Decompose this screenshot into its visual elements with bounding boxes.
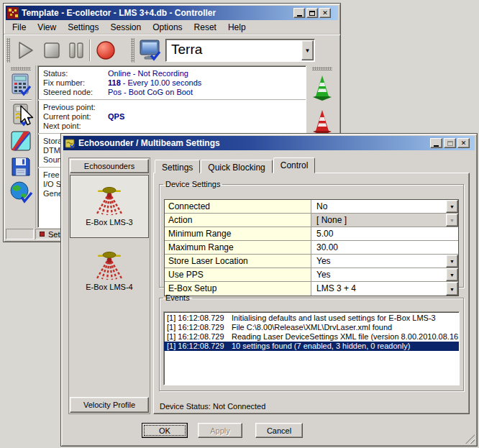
toolbar-drag-handle[interactable] [6,38,10,63]
setting-value-dropdown[interactable]: Yes ▼ [311,255,458,268]
dropdown-arrow-icon[interactable]: ▼ [446,268,458,281]
green-cone-icon [312,74,332,101]
toolbar-drag-handle-2[interactable] [131,38,134,63]
dropdown-arrow-icon[interactable]: ▼ [446,255,458,268]
setting-row-action: Action [ None ] ▼ [165,214,458,227]
event-row[interactable]: [1] 16:12:08.729 Initialising defaults a… [164,314,459,323]
echosounders-header-button[interactable]: Echosounders [70,159,149,173]
statusbar-text: Set [48,230,60,239]
node-combobox-dropdown-icon[interactable]: ▼ [301,40,314,60]
dialog-sidebar: Echosounders E-Box LMS-3 [68,157,150,414]
app-icon [7,7,19,19]
control-tab-panel: Device Settings Connected No ▼ Action [153,173,470,414]
sidebar-item-ebox-lms3[interactable]: E-Box LMS-3 [70,175,149,238]
iconbar-drag-handle[interactable] [11,67,31,70]
echosounder-device-icon [10,104,32,127]
node-button[interactable] [139,39,162,62]
setting-value-input[interactable]: 30.00 [311,241,458,254]
device-settings-group: Device Settings Connected No ▼ Action [159,180,464,288]
node-combobox[interactable]: Terra ▼ [165,39,315,62]
setting-label: Minimum Range [165,227,311,240]
event-row[interactable]: [1] 16:12:08.729 Reading Laser DeviceSet… [164,332,459,342]
fix-settings-button[interactable] [9,73,33,97]
sidebar-item-ebox-lms4[interactable]: E-Box LMS-4 [70,239,149,303]
sidebar-item-label: E-Box LMS-3 [86,218,132,227]
status-row: Steered node:Pos - Boot CoG on Boot [38,88,306,97]
setting-row-minimum-range: Minimum Range 5.00 [165,227,458,241]
pause-button[interactable] [68,40,85,60]
close-icon[interactable]: ✕ [319,8,331,18]
setting-value-input[interactable]: 5.00 [311,227,458,240]
calculator-icon [10,73,32,96]
profile-view-button[interactable] [9,129,33,153]
events-group: Events [1] 16:12:08.729 Initialising def… [159,293,464,391]
toolbar-separator [89,40,91,61]
tab-settings[interactable]: Settings [155,160,200,173]
main-titlebar[interactable]: Template - E-collector - LMS 3+4.db - Co… [6,6,338,20]
pause-icon [68,40,85,60]
event-row[interactable]: [1] 16:12:08.729 File C:\8.00\Release\XM… [164,323,459,332]
start-line-button[interactable] [312,74,332,104]
tab-quick-blocking[interactable]: Quick Blocking [201,160,272,173]
menu-bar: File View Settings Session Options Reset… [4,20,340,35]
resize-grip[interactable] [465,434,475,444]
tab-strip: Settings Quick Blocking Control [153,157,470,173]
menu-settings[interactable]: Settings [62,21,104,34]
menu-help[interactable]: Help [222,21,252,34]
setting-row-maximum-range: Maximum Range 30.00 [165,241,458,255]
setting-value-dropdown[interactable]: Yes ▼ [311,268,458,281]
sidebar-item-label: E-Box LMS-4 [86,283,132,291]
dialog-maximize-icon[interactable] [444,138,456,148]
event-row-selected[interactable]: [1] 16:12:08.729 10 settings found (7 en… [164,342,459,351]
floppy-save-icon [10,156,32,178]
main-window-title: Template - E-collector - LMS 3+4.db - Co… [22,8,291,18]
setting-value-dropdown-disabled: [ None ] ▼ [311,214,458,227]
echosounder-settings-button[interactable] [9,103,33,127]
setting-value-dropdown[interactable]: No ▼ [311,200,458,213]
status-separator [38,99,306,101]
setting-label: Store Laser Location [165,255,311,268]
play-icon [14,40,36,61]
record-button[interactable] [95,40,117,61]
apply-button[interactable]: Apply [198,423,242,438]
setting-label: Action [165,214,311,227]
save-button[interactable] [9,155,33,179]
online-settings-button[interactable] [9,180,33,205]
dialog-titlebar[interactable]: Echosounder / Multibeam Settings ✕ [63,136,475,150]
menu-session[interactable]: Session [105,21,147,34]
menu-reset[interactable]: Reset [188,21,222,34]
device-settings-legend: Device Settings [163,180,222,188]
menu-view[interactable]: View [32,21,62,34]
stop-icon [42,40,62,60]
statusbar-cell [6,229,34,239]
dialog-tab-area: Settings Quick Blocking Control Device S… [153,157,470,414]
events-list[interactable]: [1] 16:12:08.729 Initialising defaults a… [163,311,460,385]
dialog-minimize-icon[interactable] [430,138,442,148]
iconbar-separator [10,99,32,101]
ok-button[interactable]: OK [142,423,188,438]
setting-row-use-pps: Use PPS Yes ▼ [165,268,458,282]
menu-file[interactable]: File [6,21,32,34]
dialog-icon [65,138,76,149]
setting-label: Connected [165,200,311,213]
velocity-profile-button[interactable]: Velocity Profile [70,397,149,413]
menu-options[interactable]: Options [147,21,188,34]
device-status-text: Device Status: Not Connected [160,402,265,411]
dropdown-arrow-icon[interactable]: ▼ [446,200,458,213]
record-icon [95,40,117,61]
tab-control[interactable]: Control [273,157,316,173]
stop-button[interactable] [42,40,62,60]
laser-scanner-icon [93,251,126,281]
status-row: Fix number:118 - Every 10.00 seconds [38,78,306,88]
maximize-icon[interactable] [306,8,318,18]
dialog-title: Echosounder / Multibeam Settings [78,138,427,148]
minimize-icon[interactable] [293,8,305,18]
play-button[interactable] [14,40,36,61]
setting-label: Maximum Range [165,241,311,254]
node-combobox-value: Terra [171,42,202,58]
dialog-close-icon[interactable]: ✕ [457,138,470,148]
cancel-button[interactable]: Cancel [255,423,303,438]
laser-scanner-icon [93,186,126,216]
conebar-drag-handle[interactable] [312,67,332,70]
globe-icon [9,181,32,204]
